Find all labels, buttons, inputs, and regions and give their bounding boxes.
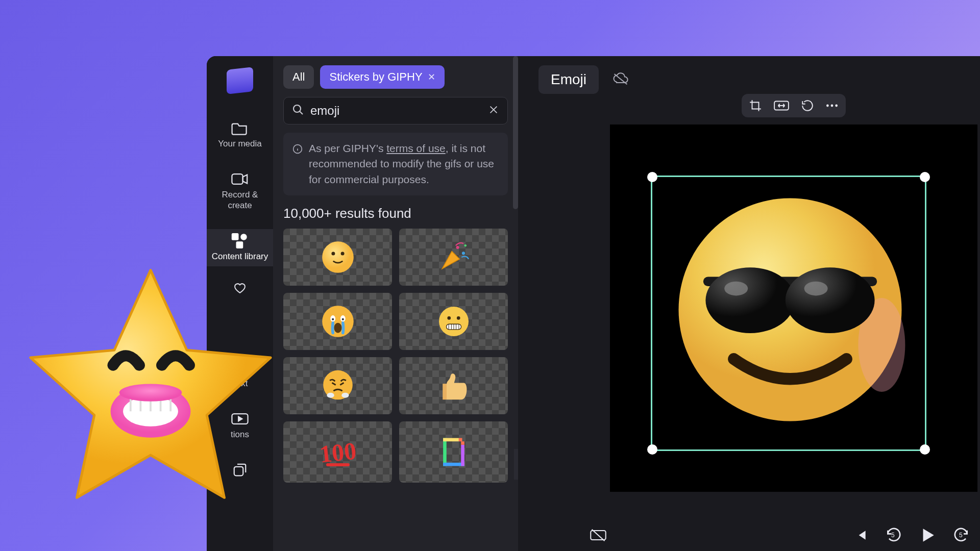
filter-chip-stickers-giphy[interactable]: Stickers by GIPHY ✕: [320, 65, 444, 89]
svg-point-10: [456, 246, 459, 249]
sidebar-item-text[interactable]: Text: [207, 356, 273, 393]
svg-point-40: [724, 282, 748, 296]
notice-text: As per GIPHY's terms of use, it is not r…: [309, 141, 499, 187]
sidebar-item-label: Record & create: [209, 190, 271, 211]
resize-handle-br[interactable]: [920, 444, 930, 455]
search-icon: [292, 104, 304, 118]
svg-point-39: [786, 267, 875, 333]
fit-button[interactable]: [773, 99, 790, 112]
svg-point-38: [705, 267, 795, 333]
cloud-sync-off-icon[interactable]: [612, 71, 629, 88]
filter-row: All Stickers by GIPHY ✕: [283, 65, 508, 89]
selection-box[interactable]: [651, 176, 926, 451]
sidebar-item-label: Your media: [218, 139, 261, 149]
svg-point-33: [826, 105, 829, 107]
forward-5-button[interactable]: 5: [953, 527, 970, 545]
filter-chip-all[interactable]: All: [283, 65, 314, 89]
svg-rect-30: [458, 438, 462, 442]
svg-point-8: [331, 252, 335, 256]
canvas-stage-wrap: [610, 124, 977, 492]
svg-rect-2: [236, 241, 243, 248]
sidebar-item-label: tions: [231, 430, 249, 440]
library-icon: [231, 233, 249, 248]
rewind-5-button[interactable]: 5: [885, 527, 901, 545]
canvas-stage[interactable]: [610, 124, 977, 492]
svg-rect-1: [232, 233, 239, 240]
crop-button[interactable]: [749, 99, 762, 112]
svg-rect-0: [232, 174, 242, 184]
resize-handle-tl[interactable]: [647, 172, 657, 182]
sticker-thumbs-up-emoji[interactable]: [399, 357, 508, 414]
svg-point-16: [332, 318, 334, 320]
svg-point-17: [341, 318, 344, 320]
play-controls: 5 5: [854, 527, 970, 546]
app-window: Your media Record & create Content libra…: [207, 56, 980, 551]
resize-handle-bl[interactable]: [647, 444, 657, 455]
svg-rect-31: [461, 441, 464, 445]
canvas-header: Emoji: [538, 65, 980, 94]
sticker-party-popper-emoji[interactable]: [399, 229, 508, 286]
svg-point-7: [322, 242, 354, 273]
resize-handle-tr[interactable]: [920, 172, 930, 182]
svg-point-43: [111, 385, 191, 438]
selection-toolbar: [742, 94, 846, 117]
info-icon: [292, 143, 303, 187]
svg-point-24: [327, 393, 334, 398]
forward-seconds-label: 5: [959, 532, 963, 539]
chip-label: Stickers by GIPHY: [329, 70, 422, 84]
text-icon: [231, 360, 249, 375]
rotate-button[interactable]: [801, 99, 814, 112]
sticker-huff-emoji[interactable]: [283, 357, 392, 414]
clear-search-icon[interactable]: [488, 104, 499, 117]
camera-icon: [231, 171, 249, 187]
sidebar-item-label: Text: [232, 379, 248, 389]
close-icon[interactable]: ✕: [428, 71, 435, 83]
play-button[interactable]: [919, 527, 936, 546]
sidebar-item-transitions[interactable]: tions: [207, 407, 273, 444]
sticker-hundred-emoji[interactable]: 100: [283, 421, 392, 483]
sidebar-item-more[interactable]: [207, 458, 273, 482]
captions-off-icon[interactable]: [590, 528, 607, 544]
svg-rect-26: [443, 438, 447, 466]
sidebar-item-content-library[interactable]: Content library: [207, 229, 273, 266]
sticker-giphy-logo[interactable]: [399, 421, 508, 483]
svg-point-45: [119, 384, 182, 401]
svg-point-20: [447, 316, 451, 320]
sticker-smile-emoji[interactable]: [283, 229, 392, 286]
sidebar: Your media Record & create Content libra…: [207, 56, 273, 551]
svg-rect-4: [234, 467, 243, 476]
terms-of-use-link[interactable]: terms of use: [386, 142, 446, 154]
project-title[interactable]: Emoji: [538, 65, 599, 94]
svg-rect-28: [443, 438, 459, 442]
svg-point-21: [456, 316, 460, 320]
skip-start-button[interactable]: [854, 529, 868, 544]
sticker-crying-emoji[interactable]: [283, 293, 392, 350]
svg-rect-29: [461, 445, 464, 466]
svg-point-18: [334, 323, 341, 333]
rewind-seconds-label: 5: [891, 532, 895, 539]
results-count-label: 10,000+ results found: [283, 206, 508, 221]
sidebar-item-favorites[interactable]: [207, 281, 273, 296]
more-options-button[interactable]: [825, 99, 839, 112]
svg-point-5: [293, 105, 301, 112]
svg-point-19: [438, 307, 468, 336]
svg-point-12: [464, 244, 467, 247]
heart-icon: [231, 281, 249, 296]
svg-point-35: [835, 105, 838, 107]
sidebar-item-your-media[interactable]: Your media: [207, 116, 273, 153]
canvas-area: Emoji: [518, 56, 980, 551]
svg-point-25: [341, 393, 349, 398]
content-library-panel: All Stickers by GIPHY ✕ As per GIPHY's t…: [273, 56, 518, 551]
svg-point-11: [461, 252, 464, 255]
sticker-grimace-emoji[interactable]: [399, 293, 508, 350]
chip-label: All: [292, 70, 305, 84]
search-box[interactable]: [283, 97, 508, 124]
giphy-terms-notice: As per GIPHY's terms of use, it is not r…: [283, 133, 508, 195]
svg-point-34: [831, 105, 834, 107]
playback-bar: 5 5: [590, 527, 970, 546]
sidebar-item-record-create[interactable]: Record & create: [207, 167, 273, 215]
app-logo-icon[interactable]: [227, 67, 253, 94]
sidebar-item-label: Content library: [212, 252, 268, 262]
sunglasses-emoji-asset[interactable]: [673, 192, 908, 427]
search-input[interactable]: [310, 104, 482, 118]
